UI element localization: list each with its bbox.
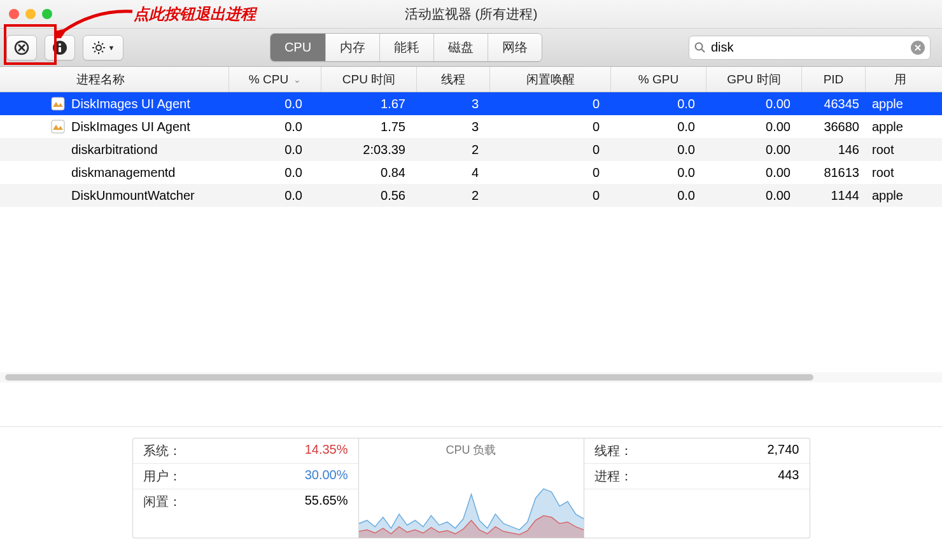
tab-segment: CPU 内存 能耗 磁盘 网络 (270, 33, 542, 62)
cell-gtime: 0.00 (706, 165, 802, 180)
svg-point-4 (59, 43, 61, 46)
cell-cpu: 0.0 (229, 143, 321, 157)
stat-user-label: 用户： (143, 468, 181, 485)
cell-wakeups: 0 (490, 143, 611, 157)
column-header-cpu[interactable]: % CPU ⌄ (229, 67, 321, 92)
count-threads-label: 线程： (594, 442, 633, 459)
cell-threads: 3 (417, 97, 490, 111)
cell-pid: 46345 (802, 97, 866, 111)
svg-line-11 (94, 43, 95, 45)
column-header-name[interactable]: 进程名称 (0, 67, 229, 92)
cell-time: 0.84 (321, 165, 417, 180)
svg-line-16 (701, 49, 705, 52)
table-blank-area (0, 207, 942, 372)
cell-wakeups: 0 (490, 188, 611, 203)
cell-wakeups: 0 (490, 120, 611, 134)
svg-line-13 (94, 51, 95, 52)
cell-wakeups: 0 (490, 97, 611, 111)
search-input[interactable] (711, 40, 906, 55)
quit-process-button[interactable] (6, 35, 37, 60)
cell-user: apple (866, 120, 942, 134)
cell-gtime: 0.00 (706, 143, 802, 157)
gear-icon (92, 41, 106, 55)
cpu-counts-panel: 线程： 2,740 进程： 443 (584, 438, 810, 538)
tab-disk[interactable]: 磁盘 (434, 34, 488, 61)
cpu-load-chart: CPU 负载 (358, 438, 584, 538)
window-title: 活动监视器 (所有进程) (405, 5, 538, 23)
chart-title: CPU 负载 (359, 438, 584, 459)
cell-gpu: 0.0 (611, 97, 706, 111)
table-row[interactable]: diskmanagementd0.00.84400.00.0081613root (0, 161, 942, 184)
cell-user: apple (866, 188, 942, 203)
column-header-threads[interactable]: 线程 (417, 67, 490, 92)
cell-time: 1.75 (321, 120, 417, 134)
cell-gtime: 0.00 (706, 120, 802, 134)
cell-time: 2:03.39 (321, 143, 417, 157)
clear-search-button[interactable] (911, 41, 925, 55)
cell-user: root (866, 165, 942, 180)
search-field[interactable] (689, 36, 931, 60)
stat-system-value: 14.35% (305, 442, 348, 459)
column-header-gpu[interactable]: % GPU (611, 67, 706, 92)
quit-process-icon (14, 40, 29, 55)
stat-user: 用户： 30.00% (133, 464, 358, 489)
cell-gtime: 0.00 (706, 188, 802, 203)
cell-cpu: 0.0 (229, 188, 321, 203)
cell-threads: 2 (417, 143, 490, 157)
cell-gpu: 0.0 (611, 165, 706, 180)
cpu-stats-panel: 系统： 14.35% 用户： 30.00% 闲置： 55.65% (132, 438, 358, 538)
process-name: DiskImages UI Agent (71, 97, 190, 111)
window-controls (9, 9, 52, 19)
column-header-cputime[interactable]: CPU 时间 (321, 67, 417, 92)
horizontal-scrollbar[interactable] (0, 372, 942, 382)
cell-gpu: 0.0 (611, 188, 706, 203)
info-icon (52, 40, 67, 55)
cell-pid: 81613 (802, 165, 866, 180)
column-header-wakeups[interactable]: 闲置唤醒 (490, 67, 611, 92)
zoom-window-button[interactable] (42, 9, 52, 19)
cell-cpu: 0.0 (229, 97, 321, 111)
svg-rect-20 (52, 120, 64, 133)
column-header-pid[interactable]: PID (802, 67, 866, 92)
process-name: DiskUnmountWatcher (71, 188, 195, 203)
cell-threads: 4 (417, 165, 490, 180)
cell-gpu: 0.0 (611, 143, 706, 157)
column-header-gputime[interactable]: GPU 时间 (706, 67, 802, 92)
table-row[interactable]: DiskImages UI Agent0.01.75300.00.0036680… (0, 115, 942, 138)
stat-idle-value: 55.65% (305, 493, 348, 510)
table-row[interactable]: diskarbitrationd0.02:03.39200.00.00146ro… (0, 138, 942, 161)
close-window-button[interactable] (9, 9, 19, 19)
column-header-cpu-label: % CPU (249, 73, 288, 87)
table-row[interactable]: DiskImages UI Agent0.01.67300.00.0046345… (0, 92, 942, 115)
cell-time: 1.67 (321, 97, 417, 111)
cell-pid: 146 (802, 143, 866, 157)
svg-line-12 (102, 51, 103, 52)
table-row[interactable]: DiskUnmountWatcher0.00.56200.00.001144ap… (0, 184, 942, 207)
table-header: 进程名称 % CPU ⌄ CPU 时间 线程 闲置唤醒 % GPU GPU 时间… (0, 67, 942, 92)
tab-energy[interactable]: 能耗 (380, 34, 434, 61)
svg-point-15 (695, 43, 702, 50)
svg-rect-19 (52, 97, 64, 110)
app-icon (51, 120, 65, 134)
actions-menu-button[interactable]: ▼ (83, 35, 123, 60)
minimize-window-button[interactable] (25, 9, 36, 19)
tab-memory[interactable]: 内存 (326, 34, 380, 61)
scrollbar-thumb[interactable] (5, 374, 813, 381)
footer: 系统： 14.35% 用户： 30.00% 闲置： 55.65% CPU 负载 … (0, 426, 942, 560)
column-header-user[interactable]: 用 (866, 67, 942, 92)
toolbar: ▼ CPU 内存 能耗 磁盘 网络 (0, 29, 942, 67)
chevron-down-icon: ▼ (108, 44, 115, 52)
count-procs: 进程： 443 (584, 464, 810, 489)
app-icon (51, 97, 65, 111)
search-icon (694, 42, 706, 53)
stat-system-label: 系统： (143, 442, 181, 459)
tab-cpu[interactable]: CPU (271, 34, 326, 61)
cell-user: apple (866, 97, 942, 111)
cell-user: root (866, 143, 942, 157)
info-button[interactable] (45, 35, 75, 60)
svg-point-6 (96, 45, 101, 50)
cell-threads: 2 (417, 188, 490, 203)
tab-network[interactable]: 网络 (488, 34, 542, 61)
chart-svg (359, 459, 584, 538)
count-procs-value: 443 (778, 468, 799, 485)
